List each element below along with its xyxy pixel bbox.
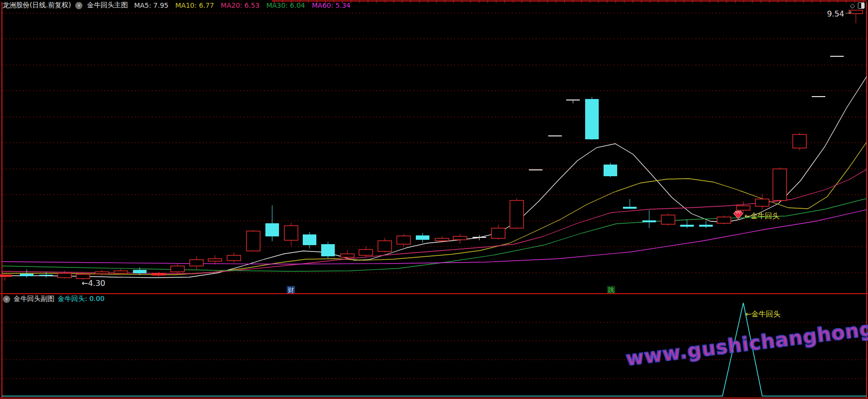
main-chart-header: 龙洲股份(日线.前复权) ∨ 金牛回头主图 MA5: 7.95MA10: 6.7… <box>0 0 868 11</box>
candle[interactable] <box>773 167 786 201</box>
candle[interactable] <box>265 205 279 241</box>
candle[interactable] <box>699 221 713 228</box>
candle[interactable] <box>585 97 599 140</box>
candle-body-up <box>246 231 260 251</box>
chart-corner-controls: ◇ <box>850 2 865 9</box>
candle-doji <box>473 237 486 238</box>
candle[interactable] <box>529 169 542 170</box>
candle[interactable] <box>491 225 505 240</box>
chevron-down-icon[interactable]: ∨ <box>3 296 10 303</box>
trading-terminal-window: 龙洲股份(日线.前复权) ∨ 金牛回头主图 MA5: 7.95MA10: 6.7… <box>0 0 868 399</box>
candle-body-down <box>642 220 656 222</box>
candle-body-up <box>737 206 750 210</box>
split-screen-icon[interactable] <box>858 2 865 9</box>
candle-body-up <box>58 273 71 278</box>
sub-panel-header: ∨ 金牛回头副图 金牛回头: 0.00 <box>0 295 868 303</box>
candle-body-down <box>321 244 335 256</box>
candle-body-down <box>623 207 637 209</box>
candle[interactable] <box>171 264 184 275</box>
candle[interactable] <box>397 234 410 247</box>
candle-body-up <box>661 215 675 224</box>
candle-body-up <box>491 228 505 238</box>
candle[interactable] <box>95 270 109 276</box>
candle-body-down <box>133 270 147 273</box>
ma-indicator-1: MA10: 6.77 <box>175 1 214 9</box>
candle[interactable] <box>566 100 580 103</box>
candle[interactable] <box>642 210 656 228</box>
ma-indicator-row: MA5: 7.95MA10: 6.77MA20: 6.53MA30: 6.04M… <box>134 1 350 9</box>
badge-tiao-text: 跳 <box>608 286 614 294</box>
candle-body-up <box>171 266 184 272</box>
candle-body-up <box>793 134 806 148</box>
candle[interactable] <box>661 214 675 226</box>
candle-flat <box>566 100 580 100</box>
candle-body-down <box>699 225 713 227</box>
candle[interactable] <box>717 216 731 224</box>
candle-body-down <box>416 235 429 240</box>
candle-body-up-solid <box>0 275 12 277</box>
badge-cai: 财 <box>287 286 295 294</box>
candle-flat <box>529 169 542 170</box>
candle-body-up-solid <box>152 273 165 275</box>
candle[interactable] <box>246 230 260 251</box>
candle[interactable] <box>284 223 298 246</box>
candle[interactable] <box>623 199 637 209</box>
candle[interactable] <box>321 242 335 258</box>
candle-body-down <box>265 223 279 236</box>
signal-label-sub: ←金牛回头 <box>745 310 781 318</box>
candle-body-up <box>717 217 731 223</box>
candle[interactable] <box>473 235 486 240</box>
candle-body-up <box>76 274 90 279</box>
ma-indicator-3: MA30: 6.04 <box>266 1 305 9</box>
candle-flat <box>830 56 844 57</box>
candle[interactable] <box>755 194 769 210</box>
candle[interactable] <box>510 198 524 229</box>
candle[interactable] <box>453 234 467 244</box>
candle-body-up <box>453 236 467 240</box>
candle[interactable] <box>227 252 241 263</box>
candle-body-up <box>114 271 128 273</box>
badge-cai-text: 财 <box>288 286 294 294</box>
candle-body-up <box>510 200 524 228</box>
candle[interactable] <box>793 133 806 150</box>
candle[interactable] <box>303 232 316 249</box>
candle[interactable] <box>378 238 392 252</box>
candle-body-down <box>39 275 53 276</box>
candle-body-up <box>341 254 354 257</box>
candle-body-up <box>773 169 786 200</box>
main-chart-canvas[interactable]: 9.54←4.30←金牛回头财跳 <box>0 0 868 295</box>
candle-body-down <box>680 225 694 227</box>
diamond-icon[interactable]: ◇ <box>850 2 855 9</box>
candle-body-down <box>20 274 33 276</box>
panel-separator <box>0 293 868 294</box>
ma-indicator-4: MA60: 5.34 <box>312 1 351 9</box>
ma-line-ma20 <box>2 169 867 274</box>
stock-title: 龙洲股份(日线.前复权) <box>2 1 71 10</box>
candle[interactable] <box>359 247 373 257</box>
candle-body-up <box>359 249 373 255</box>
candle-body-down <box>604 165 617 176</box>
candle[interactable] <box>208 255 222 265</box>
badge-tiao: 跳 <box>607 286 615 294</box>
sub-panel-title: 金牛回头副图 <box>14 295 54 303</box>
candle[interactable] <box>830 56 844 57</box>
candle-body-up <box>190 260 203 266</box>
ma-indicator-2: MA20: 6.53 <box>221 1 260 9</box>
candle-body-up <box>378 241 392 251</box>
candle-body-up <box>95 272 109 274</box>
sub-indicator-value: 金牛回头: 0.00 <box>58 295 104 303</box>
candle-flat <box>548 135 562 136</box>
candle[interactable] <box>190 256 203 269</box>
candle-body-up <box>284 226 298 240</box>
candle-flat <box>812 96 825 97</box>
candle[interactable] <box>114 269 128 275</box>
candle[interactable] <box>548 135 562 136</box>
candle[interactable] <box>416 233 429 243</box>
chevron-down-icon[interactable]: ∨ <box>75 2 82 9</box>
candle-body-up <box>755 199 769 206</box>
candle[interactable] <box>812 96 825 97</box>
candle[interactable] <box>604 163 617 177</box>
candle[interactable] <box>152 272 165 277</box>
candle[interactable] <box>435 236 449 243</box>
ma-indicator-0: MA5: 7.95 <box>134 1 168 9</box>
